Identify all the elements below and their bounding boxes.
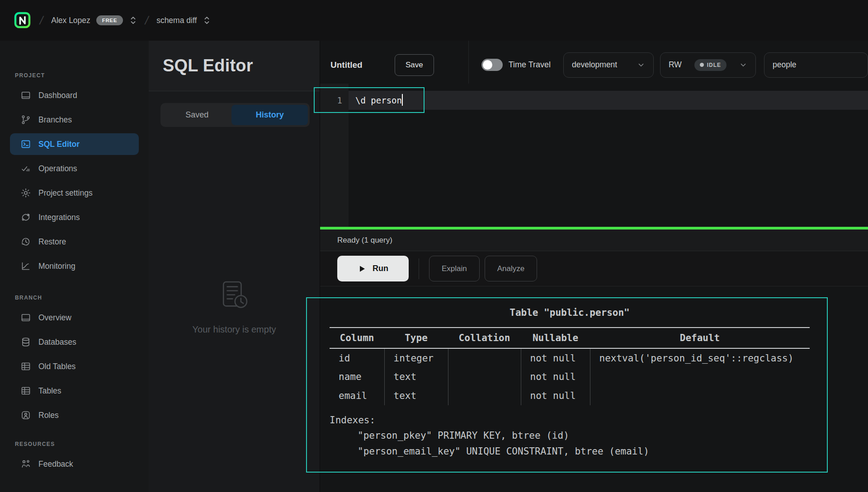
branches-icon <box>20 114 31 125</box>
chevron-down-icon <box>637 61 645 69</box>
cell-column: name <box>330 367 384 386</box>
sidebar-item-project-settings[interactable]: Project settings <box>10 181 139 205</box>
sidebar-item-label: Operations <box>38 164 77 173</box>
sidebar-item-label: Roles <box>38 411 59 420</box>
cell-collation <box>448 367 521 386</box>
database-selector[interactable]: people <box>764 52 868 78</box>
neon-logo-icon[interactable] <box>14 11 32 29</box>
table-icon <box>20 385 31 396</box>
table-row: name text not null <box>330 367 810 386</box>
cell-default <box>590 367 810 386</box>
cell-type: text <box>384 386 448 405</box>
compute-mode: RW <box>669 60 682 70</box>
plan-badge: FREE <box>96 15 123 25</box>
sidebar-item-label: Overview <box>38 313 71 323</box>
sidebar-item-feedback[interactable]: Feedback <box>10 452 139 476</box>
sidebar-item-sql-editor[interactable]: SQL Editor <box>10 133 139 155</box>
query-title[interactable]: Untitled <box>330 60 363 70</box>
project-name[interactable]: schema diff <box>156 16 197 25</box>
saved-history-tabs: Saved History <box>160 103 310 127</box>
sidebar-item-label: SQL Editor <box>38 140 80 149</box>
sidebar-section-project: PROJECT <box>15 72 149 79</box>
compute-status-text: IDLE <box>707 62 721 68</box>
monitoring-chart-icon <box>20 261 31 272</box>
result-table: Column Type Collation Nullable Default i… <box>330 327 810 405</box>
explain-button[interactable]: Explain <box>429 256 480 281</box>
sidebar-item-label: Feedback <box>38 459 73 469</box>
run-label: Run <box>373 264 388 273</box>
cell-nullable: not null <box>521 348 590 367</box>
sidebar-item-databases[interactable]: Databases <box>10 330 139 354</box>
dashboard-icon <box>20 90 31 101</box>
sidebar-item-label: Databases <box>38 337 76 347</box>
toolbar-divider <box>419 258 419 279</box>
history-panel-header: SQL Editor <box>149 41 320 91</box>
cell-nullable: not null <box>521 367 590 386</box>
top-bar: / Alex Lopez FREE / schema diff <box>0 0 868 41</box>
editor-header: Untitled Save Time Travel development RW… <box>320 41 868 84</box>
results-panel: Table "public.person" Column Type Collat… <box>320 286 868 492</box>
overview-icon <box>20 312 31 323</box>
sidebar-item-monitoring[interactable]: Monitoring <box>10 254 139 278</box>
org-name[interactable]: Alex Lopez <box>51 16 90 25</box>
history-empty-document-clock-icon <box>217 279 251 314</box>
sidebar-item-integrations[interactable]: Integrations <box>10 205 139 230</box>
sidebar-item-branches[interactable]: Branches <box>10 108 139 132</box>
line-number: 1 <box>320 91 342 110</box>
sidebar-item-overview[interactable]: Overview <box>10 305 139 330</box>
tab-history[interactable]: History <box>231 105 308 125</box>
org-switcher-chevrons-icon[interactable] <box>129 15 137 25</box>
play-icon <box>358 264 367 273</box>
history-empty-state: Your history is empty <box>149 279 320 335</box>
code-editor[interactable]: 1 \d person <box>320 84 868 227</box>
column-header: Nullable <box>521 328 590 348</box>
sidebar-item-label: Dashboard <box>38 91 77 100</box>
sidebar-item-label: Old Tables <box>38 362 75 371</box>
page-title: SQL Editor <box>163 56 253 75</box>
time-travel-label: Time Travel <box>509 60 551 70</box>
status-bar: Ready (1 query) <box>320 230 868 251</box>
feedback-people-icon <box>20 459 31 469</box>
cell-collation <box>448 348 521 367</box>
text-cursor <box>402 94 403 106</box>
sidebar-item-operations[interactable]: Operations <box>10 156 139 181</box>
cell-default: nextval('person_id_seq'::regclass) <box>590 348 810 367</box>
run-button[interactable]: Run <box>337 256 409 281</box>
code-line[interactable]: \d person <box>355 91 403 110</box>
sidebar-item-restore[interactable]: Restore <box>10 230 139 254</box>
column-header: Column <box>330 328 384 348</box>
cell-nullable: not null <box>521 386 590 405</box>
index-line: "person_pkey" PRIMARY KEY, btree (id) <box>330 428 810 444</box>
time-travel-toggle[interactable] <box>481 59 503 71</box>
database-icon <box>20 337 31 347</box>
project-switcher-chevrons-icon[interactable] <box>203 15 211 25</box>
sidebar-item-dashboard[interactable]: Dashboard <box>10 83 139 108</box>
sql-editor-main: Untitled Save Time Travel development RW… <box>320 41 868 492</box>
compute-selector[interactable]: RW IDLE <box>660 52 756 78</box>
chevron-down-icon <box>739 61 747 69</box>
sidebar-item-label: Integrations <box>38 213 80 222</box>
cell-type: text <box>384 367 448 386</box>
table-icon <box>20 361 31 372</box>
app-window: / Alex Lopez FREE / schema diff PROJECT … <box>0 0 868 492</box>
analyze-button[interactable]: Analyze <box>485 256 537 281</box>
breadcrumb-separator: / <box>38 14 45 28</box>
history-empty-text: Your history is empty <box>193 324 276 335</box>
roles-user-badge-icon <box>20 410 31 421</box>
sidebar-section-branch: BRANCH <box>15 295 149 301</box>
sidebar-item-label: Project settings <box>38 188 93 198</box>
sidebar-item-roles[interactable]: Roles <box>10 403 139 427</box>
gear-icon <box>20 187 31 198</box>
restore-clock-icon <box>20 236 31 247</box>
branch-selector[interactable]: development <box>563 52 654 78</box>
save-button[interactable]: Save <box>395 54 434 76</box>
sql-editor-icon <box>20 139 31 150</box>
sidebar-item-old-tables[interactable]: Old Tables <box>10 354 139 379</box>
cell-column: email <box>330 386 384 405</box>
indexes-label: Indexes: <box>330 412 810 428</box>
result-table-title: Table "public.person" <box>330 305 810 321</box>
tab-saved[interactable]: Saved <box>162 105 231 125</box>
status-text: Ready (1 query) <box>337 236 392 245</box>
breadcrumb-separator: / <box>144 14 150 28</box>
sidebar-item-tables[interactable]: Tables <box>10 379 139 403</box>
